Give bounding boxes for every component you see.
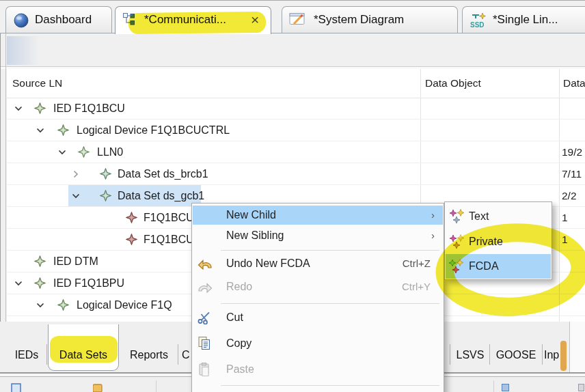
fcda-star-icon (126, 234, 137, 245)
menu-item-new-child[interactable]: New Child › (193, 206, 443, 225)
tab-single-line[interactable]: SSD *Single Lin... (462, 6, 585, 33)
orange-highlighter-mark (560, 341, 567, 371)
menu-item-cut[interactable]: Cut (193, 306, 443, 329)
chevron-down-icon[interactable] (57, 148, 67, 157)
tree-row-lln0[interactable]: LLN0 19/2 (7, 141, 585, 163)
submenu-item-text[interactable]: Text (446, 204, 551, 229)
ied-star-icon (34, 277, 46, 289)
tab-label: *System Diagram (314, 7, 404, 33)
clipboard-icon (198, 363, 219, 377)
tabbar-border (0, 33, 585, 33)
ln-star-icon (78, 146, 90, 158)
bottom-tab-data-sets-label[interactable]: Data Sets (51, 341, 116, 369)
table-header: Source LN Data Object Data (7, 69, 585, 98)
small-blue-icon (502, 384, 510, 392)
ld-star-icon (57, 124, 69, 136)
dataset-star-icon (100, 168, 111, 180)
svg-text:SSD: SSD (470, 21, 485, 29)
private-stars-icon (448, 234, 467, 249)
ld-star-icon (57, 299, 69, 311)
tree-structure-icon (122, 12, 136, 27)
tab-system-diagram[interactable]: *System Diagram (282, 6, 458, 33)
redo-icon (198, 281, 219, 293)
chevron-down-icon[interactable] (14, 279, 23, 288)
text-stars-icon (448, 209, 467, 224)
tab-label: *Communicati... (144, 7, 226, 33)
toolbar-gradient (7, 36, 40, 65)
tab-label: Dashboard (35, 7, 92, 33)
tree-row-ied-f1q1bcu[interactable]: IED F1Q1BCU (7, 98, 585, 120)
context-menu: New Child › New Sibling › Undo New FCDA … (191, 203, 444, 392)
submenu-item-fcda[interactable]: FCDA (446, 254, 551, 279)
bottom-tab-ieds[interactable]: IEDs (8, 341, 45, 369)
bottom-tab-goose[interactable]: GOOSE (491, 341, 541, 369)
chevron-down-icon[interactable] (36, 126, 45, 135)
ied-star-icon (34, 255, 46, 267)
menu-separator (221, 250, 439, 251)
close-icon[interactable]: × (251, 10, 259, 30)
ied-star-icon (34, 102, 46, 114)
scl-editor-window: Dashboard *Communicati... × *System Diag… (0, 0, 585, 392)
globe-icon (13, 12, 29, 28)
chevron-down-icon[interactable] (71, 191, 81, 201)
panel-edge (569, 322, 585, 372)
diagram-editor-icon (289, 12, 305, 27)
chevron-down-icon[interactable] (36, 300, 45, 310)
ssd-icon: SSD (470, 12, 487, 29)
tab-dashboard[interactable]: Dashboard (5, 6, 112, 33)
tree-row-ds-brcb1[interactable]: Data Set ds_brcb1 7/11 (7, 163, 585, 185)
menu-item-copy[interactable]: Copy (193, 332, 443, 355)
chevron-right-icon[interactable] (71, 169, 81, 179)
menu-item-redo: Redo Ctrl+Y (193, 276, 443, 298)
view-doc-icon (11, 383, 22, 392)
small-gray-icon (578, 384, 585, 392)
menu-item-paste: Paste (193, 358, 443, 381)
col-source-ln: Source LN (12, 69, 62, 98)
menu-separator (221, 385, 439, 386)
chevron-down-icon[interactable] (14, 104, 23, 113)
dataset-star-icon (100, 190, 111, 201)
submenu-arrow-icon: › (431, 226, 435, 245)
tab-communication[interactable]: *Communicati... × (115, 6, 271, 34)
scissors-icon (198, 311, 219, 324)
bottom-tab-lsvs[interactable]: LSVS (452, 341, 488, 369)
submenu-item-private[interactable]: Private (446, 229, 551, 254)
tab-label: *Single Lin... (493, 7, 558, 33)
copy-icon (198, 337, 219, 351)
fcda-stars-icon (448, 259, 467, 274)
toolbar-band (7, 34, 585, 66)
bottom-tab-reports[interactable]: Reports (122, 341, 176, 369)
menu-separator (221, 303, 439, 304)
folder-icon (93, 383, 103, 392)
col-data-object: Data Object (425, 69, 481, 98)
menu-item-undo[interactable]: Undo New FCDA Ctrl+Z (193, 253, 443, 275)
submenu-arrow-icon: › (431, 206, 435, 225)
new-child-submenu: Text Private FCDA (444, 201, 552, 280)
tree-row-logical-device[interactable]: Logical Device F1Q1BCUCTRL (7, 120, 585, 141)
fcda-star-icon (126, 212, 137, 223)
col-data-attr: Data (563, 69, 585, 98)
undo-icon (198, 257, 219, 270)
menu-item-new-sibling[interactable]: New Sibling › (193, 226, 443, 245)
